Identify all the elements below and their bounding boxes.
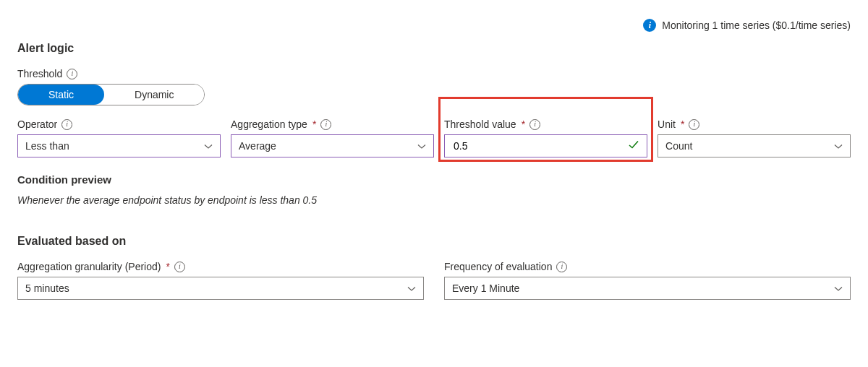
chevron-down-icon: [834, 142, 843, 150]
alert-logic-heading: Alert logic: [17, 42, 851, 55]
monitoring-info: i Monitoring 1 time series ($0.1/time se…: [643, 19, 851, 32]
aggregation-granularity-select[interactable]: 5 minutes: [17, 277, 424, 300]
operator-value: Less than: [25, 140, 69, 152]
info-icon[interactable]: i: [67, 69, 77, 79]
unit-value: Count: [665, 140, 692, 152]
threshold-dynamic-button[interactable]: Dynamic: [104, 85, 204, 105]
checkmark-icon: [628, 139, 639, 153]
unit-label: Unit* i: [658, 118, 851, 130]
evaluated-based-on-heading: Evaluated based on: [17, 235, 851, 248]
threshold-value-input-wrapper: [444, 134, 647, 157]
aggregation-granularity-value: 5 minutes: [25, 282, 69, 294]
threshold-static-button[interactable]: Static: [18, 85, 104, 105]
info-icon[interactable]: i: [61, 119, 72, 130]
info-icon[interactable]: i: [529, 119, 540, 130]
frequency-value: Every 1 Minute: [452, 282, 519, 294]
frequency-select[interactable]: Every 1 Minute: [444, 277, 851, 300]
monitoring-info-text: Monitoring 1 time series ($0.1/time seri…: [662, 20, 851, 31]
aggregation-type-label: Aggregation type* i: [231, 118, 434, 130]
unit-select[interactable]: Count: [658, 134, 851, 157]
chevron-down-icon: [407, 284, 416, 293]
operator-label: Operator i: [17, 118, 221, 130]
threshold-label: Threshold i: [17, 68, 851, 79]
condition-preview-text: Whenever the average endpoint status by …: [17, 194, 851, 206]
info-icon[interactable]: i: [689, 119, 699, 130]
operator-select[interactable]: Less than: [17, 134, 221, 157]
aggregation-granularity-label: Aggregation granularity (Period)* i: [17, 261, 424, 272]
condition-preview-heading: Condition preview: [17, 173, 851, 186]
info-icon: i: [643, 19, 656, 32]
threshold-value-input[interactable]: [452, 139, 639, 152]
info-icon[interactable]: i: [174, 262, 185, 272]
info-icon[interactable]: i: [320, 119, 331, 130]
chevron-down-icon: [834, 284, 843, 293]
chevron-down-icon: [204, 142, 213, 150]
threshold-toggle: Static Dynamic: [17, 84, 205, 105]
threshold-value-label: Threshold value* i: [444, 118, 647, 130]
info-icon[interactable]: i: [556, 262, 567, 272]
chevron-down-icon: [417, 142, 426, 150]
frequency-label: Frequency of evaluation i: [444, 261, 851, 272]
aggregation-type-select[interactable]: Average: [231, 134, 434, 157]
aggregation-type-value: Average: [239, 140, 276, 152]
